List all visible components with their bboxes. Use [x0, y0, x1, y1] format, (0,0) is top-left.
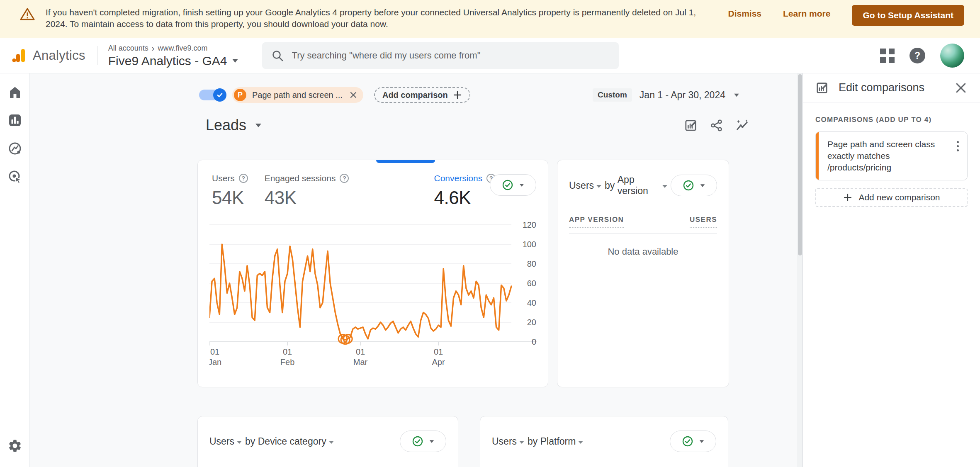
comparison-chip-label: Page path and screen ... — [252, 90, 343, 100]
card-title: Users by Device category — [209, 431, 446, 452]
top-cards-row: Users ? 54K Engaged sessions ? 43 — [197, 160, 772, 387]
metric-selector[interactable]: Users — [209, 436, 234, 447]
main-area: P Page path and screen ... Add compariso… — [30, 73, 802, 467]
anomaly-status-dropdown[interactable] — [671, 175, 717, 196]
sidebar-item-home[interactable] — [6, 83, 24, 101]
chevron-down-icon — [734, 93, 739, 97]
sidebar-item-admin[interactable] — [6, 437, 24, 455]
header-divider — [97, 46, 97, 65]
scrollbar-thumb[interactable] — [798, 74, 802, 255]
add-comparison-button[interactable]: Add comparison — [374, 87, 470, 103]
add-new-comparison-button[interactable]: Add new comparison — [815, 188, 968, 207]
help-tooltip-icon[interactable]: ? — [340, 174, 349, 183]
column-header-metric[interactable]: USERS — [690, 216, 717, 228]
property-switcher[interactable]: Five9 Analytics - GA4 — [108, 54, 238, 68]
search-icon — [271, 49, 284, 62]
metric-value: 54K — [212, 187, 248, 208]
chevron-down-icon — [329, 441, 334, 444]
learn-more-link[interactable]: Learn more — [783, 8, 830, 19]
sidebar-item-reports[interactable] — [6, 112, 24, 129]
date-range-picker[interactable]: Custom Jan 1 - Apr 30, 2024 — [593, 88, 739, 102]
left-nav — [0, 73, 30, 467]
analytics-logo[interactable]: Analytics — [10, 46, 85, 65]
search-input[interactable] — [292, 50, 610, 61]
svg-text:01: 01 — [210, 347, 219, 356]
remove-comparison-icon[interactable] — [349, 91, 357, 99]
svg-text:40: 40 — [527, 298, 536, 307]
chevron-down-icon — [662, 185, 667, 188]
svg-text:20: 20 — [527, 318, 536, 327]
comparison-toggle[interactable] — [199, 88, 226, 102]
svg-text:0: 0 — [532, 337, 536, 346]
anomaly-status-dropdown[interactable] — [400, 431, 446, 452]
divider — [569, 234, 717, 234]
date-range-type: Custom — [593, 88, 632, 102]
dismiss-button[interactable]: Dismiss — [728, 8, 762, 19]
svg-text:Jan: Jan — [209, 358, 221, 367]
report-header: Leads — [197, 115, 772, 136]
metric-tab-conversions[interactable]: Conversions ? 4.6K — [434, 173, 496, 208]
report-title-dropdown-icon[interactable] — [255, 124, 261, 127]
share-report-button[interactable] — [707, 116, 725, 134]
svg-text:60: 60 — [527, 279, 536, 288]
share-icon — [710, 119, 723, 132]
users-by-app-version-card: Users by App version — [557, 160, 729, 387]
metric-tab-users[interactable]: Users ? 54K — [212, 173, 248, 208]
users-by-platform-card: Users by Platform — [480, 416, 728, 467]
edit-report-icon — [815, 81, 829, 95]
customize-report-button[interactable] — [681, 116, 700, 134]
analytics-logo-icon — [10, 46, 28, 65]
empty-state-message: No data available — [569, 246, 717, 257]
metric-selector[interactable]: Users — [492, 436, 517, 447]
metric-tabs: Users ? 54K Engaged sessions ? 43 — [209, 172, 536, 208]
insights-icon — [735, 119, 749, 132]
svg-text:Feb: Feb — [280, 358, 294, 367]
chevron-down-icon — [578, 441, 583, 444]
metric-value: 4.6K — [434, 187, 496, 208]
plus-icon — [453, 90, 462, 100]
help-tooltip-icon[interactable]: ? — [239, 174, 248, 183]
breadcrumb-all-accounts[interactable]: All accounts — [108, 44, 148, 53]
chevron-down-icon — [596, 185, 601, 188]
help-icon[interactable]: ? — [909, 48, 925, 63]
header-actions: ? — [880, 44, 964, 68]
admin-gear-icon — [7, 438, 22, 453]
comparison-menu-icon[interactable] — [954, 139, 961, 154]
column-header-dimension[interactable]: APP VERSION — [569, 216, 624, 228]
sidebar-item-advertising[interactable] — [6, 168, 24, 185]
breadcrumb-account[interactable]: www.five9.com — [158, 44, 207, 53]
users-by-device-category-card: Users by Device category — [197, 416, 458, 467]
svg-text:80: 80 — [527, 259, 536, 268]
comparison-toolbar: P Page path and screen ... Add compariso… — [197, 86, 772, 104]
main-scrollbar[interactable] — [797, 73, 802, 467]
explore-icon — [7, 141, 22, 156]
metric-selector[interactable]: Users — [569, 180, 594, 191]
dimension-selector[interactable]: Device category — [258, 436, 326, 447]
check-circle-icon — [681, 435, 694, 448]
warning-icon — [20, 7, 35, 21]
toggle-check-icon — [213, 88, 226, 102]
date-range-value: Jan 1 - Apr 30, 2024 — [640, 90, 725, 101]
home-icon — [7, 85, 22, 100]
comparison-item[interactable]: Page path and screen class exactly match… — [815, 131, 968, 180]
insights-button[interactable] — [733, 116, 751, 134]
setup-assistant-button[interactable]: Go to Setup Assistant — [852, 5, 964, 26]
metric-tab-engaged-sessions[interactable]: Engaged sessions ? 43K — [265, 173, 349, 208]
dimension-selector[interactable]: Platform — [540, 436, 576, 447]
comparison-chip[interactable]: P Page path and screen ... — [232, 87, 363, 103]
sidebar-item-explore[interactable] — [6, 140, 24, 157]
property-block: All accounts › www.five9.com Five9 Analy… — [108, 44, 238, 68]
edit-report-icon — [684, 119, 698, 132]
ga4-app: If you haven't completed migration, fini… — [0, 0, 980, 467]
breadcrumb-separator-icon: › — [152, 44, 155, 53]
dimension-selector[interactable]: App version — [618, 174, 660, 197]
anomaly-status-dropdown[interactable] — [670, 431, 716, 452]
check-circle-icon — [411, 435, 424, 448]
apps-grid-icon[interactable] — [880, 49, 895, 63]
conversions-line-chart[interactable]: 02040608010012001Jan01Feb01Mar01Apr — [209, 218, 536, 372]
anomaly-status-dropdown[interactable] — [490, 174, 536, 196]
chevron-down-icon — [232, 59, 238, 63]
close-panel-icon[interactable] — [954, 81, 968, 95]
svg-text:100: 100 — [523, 240, 536, 249]
avatar[interactable] — [940, 44, 964, 68]
